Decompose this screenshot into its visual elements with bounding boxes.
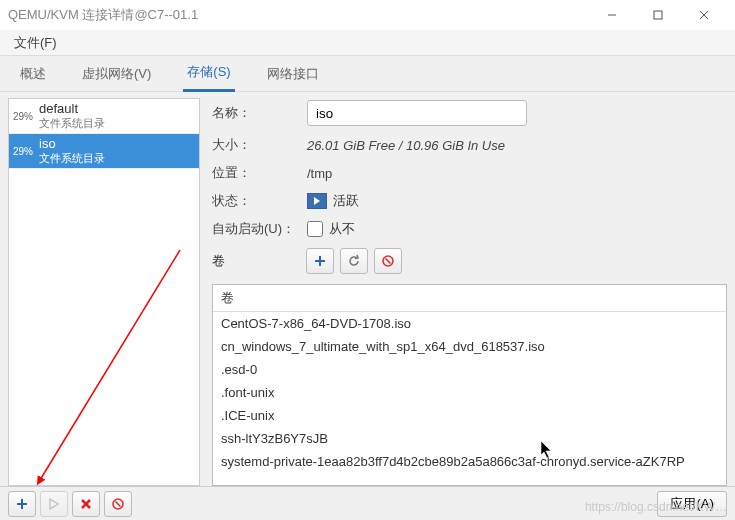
autostart-label: 自动启动(U)： [212, 220, 307, 238]
add-volume-button[interactable] [306, 248, 334, 274]
list-item[interactable]: .ICE-unix [213, 404, 726, 427]
delete-pool-button[interactable] [104, 491, 132, 517]
tabbar: 概述 虚拟网络(V) 存储(S) 网络接口 [0, 56, 735, 92]
pool-pct: 29% [13, 146, 39, 157]
volumes-label: 卷 [212, 252, 300, 270]
titlebar: QEMU/KVM 连接详情@C7--01.1 [0, 0, 735, 30]
volume-list-header: 卷 [213, 285, 726, 312]
pool-item-default[interactable]: 29% default 文件系统目录 [9, 99, 199, 134]
add-pool-button[interactable] [8, 491, 36, 517]
pool-sub: 文件系统目录 [39, 151, 195, 166]
list-item[interactable]: .esd-0 [213, 358, 726, 381]
state-value: 活跃 [333, 192, 359, 210]
name-input[interactable] [307, 100, 527, 126]
tab-overview[interactable]: 概述 [16, 57, 50, 91]
list-item[interactable]: .font-unix [213, 381, 726, 404]
location-value: /tmp [307, 166, 727, 181]
pool-sub: 文件系统目录 [39, 116, 195, 131]
content: 29% default 文件系统目录 29% iso 文件系统目录 名称： 大小… [0, 92, 735, 486]
list-item[interactable]: CentOS-7-x86_64-DVD-1708.iso [213, 312, 726, 335]
menubar: 文件(F) [0, 30, 735, 56]
svg-marker-10 [50, 499, 58, 509]
refresh-volume-button[interactable] [340, 248, 368, 274]
svg-line-7 [386, 259, 391, 264]
list-item[interactable]: ssh-ltY3zB6Y7sJB [213, 427, 726, 450]
state-label: 状态： [212, 192, 307, 210]
start-pool-button[interactable] [40, 491, 68, 517]
name-label: 名称： [212, 104, 307, 122]
pool-pct: 29% [13, 111, 39, 122]
pool-name: default [39, 101, 195, 116]
maximize-button[interactable] [635, 0, 681, 30]
tab-virtual-net[interactable]: 虚拟网络(V) [78, 57, 155, 91]
svg-line-14 [116, 501, 121, 506]
pool-item-iso[interactable]: 29% iso 文件系统目录 [9, 134, 199, 169]
delete-volume-button[interactable] [374, 248, 402, 274]
tab-net-if[interactable]: 网络接口 [263, 57, 323, 91]
list-item[interactable]: systemd-private-1eaa82b3ff7d4b2cbe89b2a5… [213, 450, 726, 473]
window-title: QEMU/KVM 连接详情@C7--01.1 [8, 6, 589, 24]
list-item[interactable]: cn_windows_7_ultimate_with_sp1_x64_dvd_6… [213, 335, 726, 358]
location-label: 位置： [212, 164, 307, 182]
watermark: https://blog.csdn.net/KW… [585, 500, 727, 514]
menu-file[interactable]: 文件(F) [8, 32, 63, 54]
stop-pool-button[interactable] [72, 491, 100, 517]
tab-storage[interactable]: 存储(S) [183, 55, 234, 92]
pool-name: iso [39, 136, 195, 151]
minimize-button[interactable] [589, 0, 635, 30]
details-pane: 名称： 大小： 26.01 GiB Free / 10.96 GiB In Us… [204, 92, 735, 486]
svg-rect-1 [654, 11, 662, 19]
close-button[interactable] [681, 0, 727, 30]
autostart-text: 从不 [329, 220, 355, 238]
autostart-checkbox[interactable] [307, 221, 323, 237]
size-value: 26.01 GiB Free / 10.96 GiB In Use [307, 138, 727, 153]
play-icon [307, 193, 327, 209]
size-label: 大小： [212, 136, 307, 154]
pool-list: 29% default 文件系统目录 29% iso 文件系统目录 [8, 98, 200, 486]
volume-list[interactable]: 卷 CentOS-7-x86_64-DVD-1708.iso cn_window… [212, 284, 727, 486]
